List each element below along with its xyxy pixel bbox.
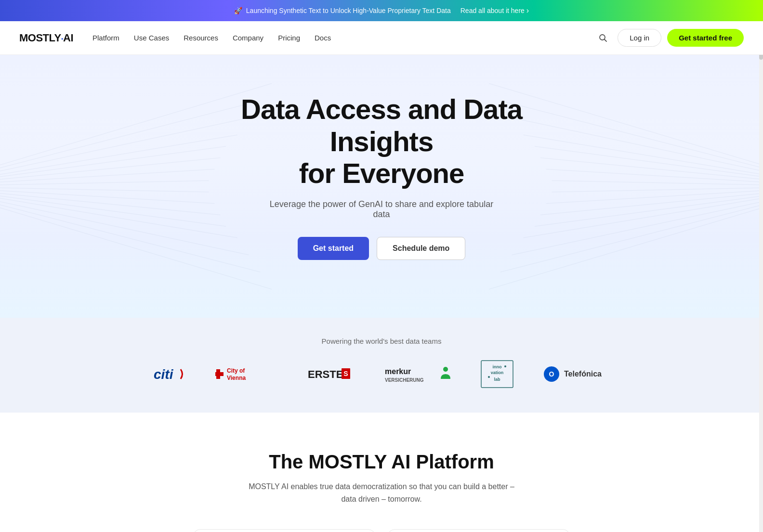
nav-link-company[interactable]: Company: [233, 34, 263, 42]
hero-get-started-button[interactable]: Get started: [298, 237, 369, 260]
telefonica-logo-svg: O Telefónica: [543, 364, 610, 384]
vienna-logo-svg: City of Vienna: [215, 364, 278, 384]
search-icon: [598, 33, 608, 43]
get-started-free-button[interactable]: Get started free: [667, 29, 744, 47]
svg-text:S: S: [343, 370, 348, 377]
navbar: MOSTLY●AI Platform Use Cases Resources C…: [0, 21, 763, 55]
platform-card-2: ✦: [387, 529, 570, 532]
svg-text:merkur: merkur: [385, 367, 411, 376]
navbar-right: Log in Get started free: [594, 29, 744, 47]
nav-link-use-cases[interactable]: Use Cases: [134, 34, 169, 42]
svg-line-1: [605, 39, 607, 41]
svg-text:O: O: [549, 370, 554, 378]
logo-erste: ERSTE S: [307, 364, 355, 384]
scrollbar-track[interactable]: [759, 21, 763, 532]
logo-citi: citi: [153, 364, 186, 384]
svg-rect-36: [215, 372, 224, 376]
nav-link-pricing[interactable]: Pricing: [278, 34, 300, 42]
hero-schedule-demo-button[interactable]: Schedule demo: [377, 237, 465, 260]
nav-link-resources[interactable]: Resources: [184, 34, 218, 42]
svg-text:VERSICHERUNG: VERSICHERUNG: [385, 377, 424, 383]
svg-text:inno: inno: [493, 364, 502, 369]
logo-innolab: inno vation lab: [480, 360, 514, 389]
svg-text:citi: citi: [154, 367, 174, 382]
nav-link-platform[interactable]: Platform: [92, 34, 119, 42]
platform-title: The MOSTLY AI Platform: [10, 451, 753, 473]
svg-point-50: [504, 365, 506, 367]
logo-dot-1: ●: [61, 36, 63, 40]
logo-telefonica: O Telefónica: [543, 364, 610, 384]
logo-city-of-vienna: City of Vienna: [215, 364, 278, 384]
rocket-emoji: 🚀: [234, 7, 242, 14]
logo[interactable]: MOSTLY●AI: [19, 32, 73, 44]
nav-link-docs[interactable]: Docs: [315, 34, 331, 42]
logo-merkur: merkur VERSICHERUNG: [384, 364, 451, 384]
platform-subtitle: MOSTLY AI enables true data democratizat…: [247, 480, 516, 505]
hero-content: Data Access and Data Insights for Everyo…: [10, 93, 753, 260]
merkur-logo-svg: merkur VERSICHERUNG: [384, 364, 451, 384]
chevron-right-icon: ›: [526, 6, 529, 15]
search-button[interactable]: [594, 29, 612, 47]
navbar-left: MOSTLY●AI Platform Use Cases Resources C…: [19, 32, 331, 44]
announcement-link[interactable]: Read all about it here ›: [460, 6, 529, 15]
announcement-text: 🚀 Launching Synthetic Text to Unlock Hig…: [234, 7, 451, 14]
hero-buttons: Get started Schedule demo: [10, 237, 753, 260]
nav-links: Platform Use Cases Resources Company Pri…: [92, 34, 331, 42]
platform-cards: ⬡: [165, 529, 598, 532]
hero-section: Data Access and Data Insights for Everyo…: [0, 55, 763, 318]
logos-row: citi City of Vienna ERSTE S: [10, 360, 753, 389]
svg-point-49: [488, 376, 490, 378]
svg-text:ERSTE: ERSTE: [308, 368, 343, 380]
erste-logo-svg: ERSTE S: [307, 364, 355, 384]
svg-text:lab: lab: [494, 377, 500, 382]
svg-text:Vienna: Vienna: [227, 375, 246, 381]
platform-card-1: ⬡: [193, 529, 376, 532]
svg-text:City of: City of: [227, 367, 245, 374]
announcement-bar: 🚀 Launching Synthetic Text to Unlock Hig…: [0, 0, 763, 21]
hero-title: Data Access and Data Insights for Everyo…: [213, 93, 550, 190]
innolab-logo-svg: inno vation lab: [480, 360, 514, 389]
logos-section: Powering the world's best data teams cit…: [0, 318, 763, 413]
svg-point-43: [443, 367, 448, 372]
hero-subtitle: Leverage the power of GenAI to share and…: [261, 199, 502, 220]
citi-logo-svg: citi: [153, 364, 186, 384]
platform-section: The MOSTLY AI Platform MOSTLY AI enables…: [0, 413, 763, 532]
login-button[interactable]: Log in: [618, 29, 661, 47]
logos-title: Powering the world's best data teams: [10, 337, 753, 345]
svg-text:vation: vation: [491, 370, 504, 375]
svg-text:Telefónica: Telefónica: [564, 370, 602, 378]
